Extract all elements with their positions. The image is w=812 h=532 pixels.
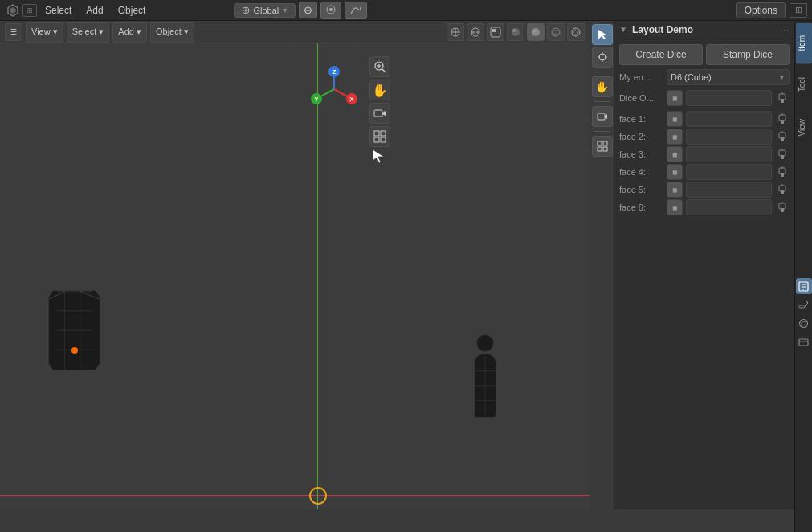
char-head bbox=[476, 334, 494, 352]
svg-rect-24 bbox=[0, 21, 590, 509]
viewport-shading-solid[interactable] bbox=[527, 23, 545, 41]
viewport-shading-rendered[interactable] bbox=[507, 23, 524, 41]
face-2-label: face 2: bbox=[619, 132, 663, 141]
face-2-field[interactable] bbox=[686, 129, 772, 145]
viewport-side-tools: ✋ bbox=[369, 56, 390, 147]
svg-point-17 bbox=[532, 28, 540, 36]
tool-cursor-btn[interactable] bbox=[592, 47, 613, 68]
right-toolbar: ✋ bbox=[590, 21, 614, 509]
proportional-btn[interactable] bbox=[320, 2, 341, 19]
character-object bbox=[469, 334, 501, 415]
viewport-gizmo-btn[interactable] bbox=[447, 23, 464, 41]
viewport-view-btn[interactable]: View ▾ bbox=[26, 22, 63, 43]
prop-icon-tool[interactable] bbox=[796, 297, 812, 313]
svg-point-58 bbox=[599, 54, 606, 60]
prop-icon-active[interactable] bbox=[796, 278, 812, 294]
dice-object-eyedropper[interactable] bbox=[775, 90, 790, 106]
tab-tool[interactable]: Tool bbox=[796, 64, 812, 104]
panel-header: ▼ Layout Demo ··· bbox=[614, 21, 794, 39]
face-3-eyedropper[interactable] bbox=[775, 146, 790, 162]
svg-line-96 bbox=[805, 303, 808, 306]
face-1-field[interactable] bbox=[686, 111, 772, 127]
tool-camera-btn[interactable] bbox=[592, 106, 613, 127]
grab-btn[interactable]: ✋ bbox=[369, 80, 390, 100]
svg-rect-79 bbox=[779, 150, 785, 156]
svg-point-11 bbox=[471, 31, 475, 34]
face-2-color[interactable]: ◼ bbox=[667, 129, 683, 145]
transform-label: Global bbox=[253, 6, 279, 15]
top-bar: ⊞ Select Add Object Global ▼ ⊕ Options ⊞ bbox=[0, 0, 812, 21]
face-3-field[interactable] bbox=[686, 146, 772, 162]
face-2-eyedropper[interactable] bbox=[775, 129, 790, 145]
face-rows-container: face 1: ◼ face 2: ◼ face 3: bbox=[619, 110, 790, 216]
horizontal-red-axis bbox=[0, 495, 590, 496]
prop-icon-world[interactable] bbox=[796, 334, 812, 350]
transform-orientation-btn[interactable]: Global ▼ bbox=[234, 3, 296, 18]
svg-point-23 bbox=[573, 30, 578, 35]
toolbar-separator1 bbox=[594, 72, 610, 72]
svg-rect-68 bbox=[603, 147, 607, 151]
layout-icon[interactable]: ⊞ bbox=[790, 3, 807, 18]
svg-rect-67 bbox=[598, 147, 602, 151]
viewport-header: ☰ View ▾ Select ▾ Add ▾ Object ▾ bbox=[0, 21, 590, 43]
viewport[interactable]: ☰ View ▾ Select ▾ Add ▾ Object ▾ bbox=[0, 21, 590, 509]
dice-object-row: Dice O... ◼ bbox=[619, 89, 790, 107]
face-5-field[interactable] bbox=[686, 182, 772, 198]
svg-line-32 bbox=[80, 292, 100, 300]
tool-grab-btn[interactable]: ✋ bbox=[592, 76, 613, 97]
svg-rect-76 bbox=[779, 133, 785, 138]
svg-rect-63 bbox=[598, 113, 605, 120]
face-5-eyedropper[interactable] bbox=[775, 182, 790, 198]
viewport-menu-btn[interactable]: ☰ bbox=[5, 23, 22, 41]
face-6-color[interactable]: ◼ bbox=[667, 199, 683, 215]
engine-value: D6 (Cube) bbox=[671, 72, 712, 82]
zoom-to-fit-btn[interactable] bbox=[369, 56, 390, 77]
grid-btn[interactable] bbox=[369, 126, 390, 147]
face-6-eyedropper[interactable] bbox=[775, 199, 790, 215]
viewport-object-btn[interactable]: Object ▾ bbox=[150, 22, 194, 43]
dice-object bbox=[48, 290, 100, 387]
viewport-add-btn[interactable]: Add ▾ bbox=[112, 22, 147, 43]
tool-select-btn[interactable] bbox=[592, 24, 613, 45]
viewport-overlay-btn[interactable] bbox=[467, 23, 484, 41]
prop-icon-scene[interactable] bbox=[796, 315, 812, 331]
curve-btn[interactable] bbox=[345, 2, 367, 19]
snap-btn[interactable]: ⊕ bbox=[299, 2, 317, 18]
face-5-color[interactable]: ◼ bbox=[667, 182, 683, 198]
face-4-eyedropper[interactable] bbox=[775, 164, 790, 180]
face-4-field[interactable] bbox=[686, 164, 772, 180]
face-1-color[interactable]: ◼ bbox=[667, 111, 683, 127]
menu-add[interactable]: Add bbox=[80, 3, 109, 18]
viewport-shading-wire[interactable] bbox=[547, 23, 565, 41]
dice-object-color[interactable]: ◼ bbox=[667, 90, 683, 106]
menu-select[interactable]: Select bbox=[39, 3, 78, 18]
window-icon: ⊞ bbox=[22, 4, 37, 17]
tool-grid-btn[interactable] bbox=[592, 136, 613, 157]
face-row-5: face 5: ◼ bbox=[619, 181, 790, 198]
face-3-color[interactable]: ◼ bbox=[667, 146, 683, 162]
tab-view[interactable]: View bbox=[796, 106, 812, 149]
viewport-xray-btn[interactable] bbox=[567, 23, 585, 41]
panel-collapse-btn[interactable]: ▼ bbox=[619, 25, 629, 35]
face-1-eyedropper[interactable] bbox=[775, 111, 790, 127]
camera-btn[interactable] bbox=[369, 103, 390, 124]
dice-object-field[interactable] bbox=[686, 90, 772, 106]
face-3-label: face 3: bbox=[619, 149, 663, 159]
face-4-color[interactable]: ◼ bbox=[667, 164, 683, 180]
face-6-field[interactable] bbox=[686, 199, 772, 215]
panel-options-dots[interactable]: ··· bbox=[781, 26, 790, 35]
menu-object[interactable]: Object bbox=[112, 3, 153, 18]
create-dice-btn[interactable]: Create Dice bbox=[619, 44, 703, 65]
viewport-select-btn[interactable]: Select ▾ bbox=[67, 22, 110, 43]
stamp-dice-btn[interactable]: Stamp Dice bbox=[706, 44, 790, 65]
tab-item[interactable]: Item bbox=[796, 23, 812, 63]
engine-select[interactable]: D6 (Cube) ▼ bbox=[667, 69, 790, 85]
svg-point-18 bbox=[533, 30, 537, 32]
viewport-shading-material[interactable] bbox=[487, 23, 504, 41]
options-btn[interactable]: Options bbox=[736, 2, 786, 18]
properties-panel: ▼ Layout Demo ··· Create Dice Stamp Dice… bbox=[614, 21, 794, 509]
top-bar-right: Options ⊞ bbox=[736, 2, 807, 18]
panel-title: Layout Demo bbox=[632, 24, 781, 35]
face-row-4: face 4: ◼ bbox=[619, 163, 790, 181]
svg-point-12 bbox=[476, 31, 479, 34]
